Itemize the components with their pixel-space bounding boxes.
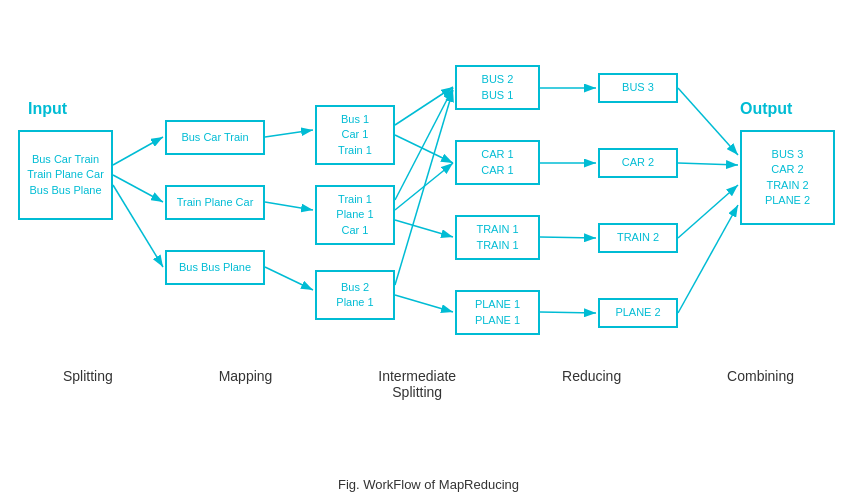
svg-line-7 xyxy=(395,87,453,125)
inter-box-3: TRAIN 1 TRAIN 1 xyxy=(455,215,540,260)
reduce-box-2: CAR 2 xyxy=(598,148,678,178)
reduce-box-4: PLANE 2 xyxy=(598,298,678,328)
svg-line-20 xyxy=(678,185,738,238)
split-box-1: Bus 1 Car 1 Train 1 xyxy=(315,105,395,165)
svg-line-2 xyxy=(113,175,163,202)
svg-line-11 xyxy=(395,220,453,237)
stage-label-mapping: Mapping xyxy=(219,368,273,400)
svg-line-21 xyxy=(678,205,738,313)
svg-line-4 xyxy=(265,130,313,137)
svg-line-6 xyxy=(265,267,313,290)
svg-line-10 xyxy=(395,163,453,210)
map-box-1: Bus Car Train xyxy=(165,120,265,155)
reduce-box-1: BUS 3 xyxy=(598,73,678,103)
input-label: Input xyxy=(28,100,67,118)
svg-line-1 xyxy=(113,137,163,165)
input-box: Bus Car Train Train Plane Car Bus Bus Pl… xyxy=(18,130,113,220)
svg-line-12 xyxy=(395,90,453,285)
stage-label-reducing: Reducing xyxy=(562,368,621,400)
svg-line-16 xyxy=(540,237,596,238)
map-box-2: Train Plane Car xyxy=(165,185,265,220)
svg-line-9 xyxy=(395,88,453,200)
svg-line-3 xyxy=(113,185,163,267)
stage-label-intermediate: IntermediateSplitting xyxy=(378,368,456,400)
svg-line-5 xyxy=(265,202,313,210)
stage-label-combining: Combining xyxy=(727,368,794,400)
diagram-container: Input Output Bus Car Train Train Plane C… xyxy=(0,0,857,460)
stage-label-splitting: Splitting xyxy=(63,368,113,400)
output-box: BUS 3 CAR 2 TRAIN 2 PLANE 2 xyxy=(740,130,835,225)
fig-caption: Fig. WorkFlow of MapReducing xyxy=(0,477,857,492)
split-box-3: Bus 2 Plane 1 xyxy=(315,270,395,320)
svg-line-13 xyxy=(395,295,453,312)
split-box-2: Train 1 Plane 1 Car 1 xyxy=(315,185,395,245)
svg-line-19 xyxy=(678,163,738,165)
map-box-3: Bus Bus Plane xyxy=(165,250,265,285)
svg-line-17 xyxy=(540,312,596,313)
svg-line-18 xyxy=(678,88,738,155)
reduce-box-3: TRAIN 2 xyxy=(598,223,678,253)
inter-box-1: BUS 2 BUS 1 xyxy=(455,65,540,110)
inter-box-4: PLANE 1 PLANE 1 xyxy=(455,290,540,335)
output-label: Output xyxy=(740,100,792,118)
svg-line-8 xyxy=(395,135,453,163)
inter-box-2: CAR 1 CAR 1 xyxy=(455,140,540,185)
